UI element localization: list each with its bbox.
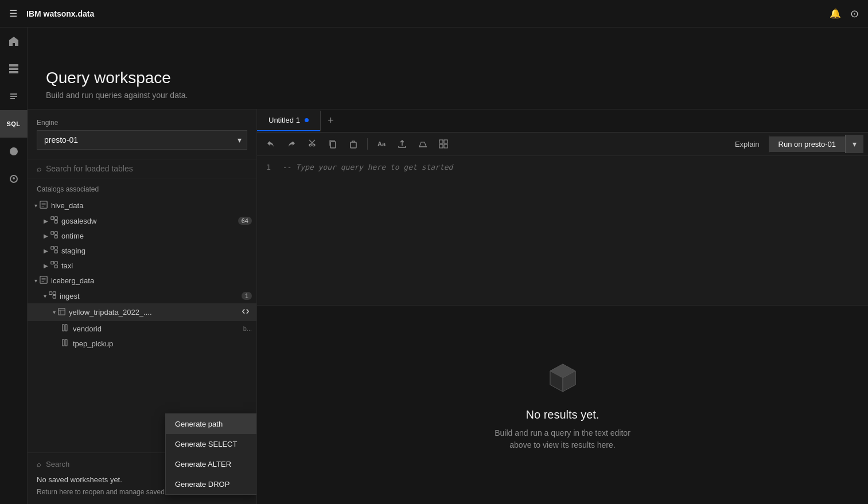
- sidebar-item-data[interactable]: [0, 83, 28, 110]
- svg-rect-6: [55, 217, 57, 220]
- copy-button[interactable]: [324, 135, 342, 153]
- svg-rect-9: [55, 232, 57, 235]
- content-area: Engine presto-01 ▾ ⌕ Catalogs associated: [28, 110, 868, 504]
- catalog-icon: [40, 276, 48, 286]
- context-menu-item-generate-select[interactable]: Generate SELECT: [166, 434, 256, 454]
- upload-button[interactable]: [393, 135, 411, 153]
- column-icon: [62, 324, 69, 333]
- sidebar-item-tables[interactable]: [0, 55, 28, 83]
- tree-item-vendorid[interactable]: vendorid b...: [28, 321, 256, 336]
- schema-label: gosalesdw: [61, 217, 235, 225]
- chevron-right-icon: ▶: [44, 248, 48, 254]
- tree-item-gosalesdw[interactable]: ▶ gosalesdw 64: [28, 213, 256, 228]
- search-input[interactable]: [46, 164, 247, 173]
- chevron-down-icon: ▾: [853, 139, 857, 149]
- undo-button[interactable]: [262, 135, 280, 153]
- svg-rect-19: [53, 292, 56, 295]
- grid-button[interactable]: [434, 135, 453, 153]
- menu-icon[interactable]: ☰: [9, 8, 17, 19]
- schema-icon: [50, 231, 58, 240]
- svg-rect-13: [51, 261, 54, 264]
- svg-rect-22: [65, 325, 67, 331]
- column-label: vendorid: [73, 325, 240, 333]
- catalogs-header: Catalogs associated: [28, 178, 256, 198]
- line-numbers: 1: [257, 156, 275, 305]
- svg-rect-20: [59, 308, 65, 314]
- context-menu-item-generate-alter[interactable]: Generate ALTER: [166, 454, 256, 474]
- schema-icon: [49, 291, 56, 300]
- schema-badge: 1: [242, 292, 252, 300]
- page-header: Query workspace Build and run queries ag…: [28, 55, 868, 110]
- cut-button[interactable]: [303, 135, 321, 153]
- context-menu-item-generate-path[interactable]: Generate path: [166, 414, 256, 434]
- tree-item-tpep-pickup[interactable]: tpep_pickup: [28, 336, 256, 351]
- schema-label: staging: [61, 247, 252, 255]
- svg-rect-21: [63, 325, 64, 331]
- schema-icon: [50, 246, 58, 255]
- svg-rect-11: [55, 250, 57, 253]
- sidebar-item-queries[interactable]: [0, 165, 28, 193]
- editor-area[interactable]: 1 -- Type your query here to get started: [257, 156, 868, 305]
- svg-rect-23: [63, 339, 64, 346]
- tab-untitled-1[interactable]: Untitled 1: [257, 110, 320, 131]
- sidebar-item-sql[interactable]: SQL: [0, 110, 28, 138]
- svg-rect-27: [439, 140, 443, 143]
- editor-toolbar: Aa Explain Run on presto-01: [257, 132, 868, 156]
- user-icon[interactable]: ⊙: [850, 7, 859, 20]
- svg-rect-14: [55, 265, 57, 268]
- tree-item-iceberg-data[interactable]: ▾ iceberg_data: [28, 273, 256, 288]
- chevron-down-icon: ▾: [44, 293, 46, 299]
- run-button[interactable]: Run on presto-01: [769, 136, 845, 152]
- schema-icon: [50, 216, 58, 225]
- svg-rect-5: [55, 220, 57, 223]
- page-subtitle: Build and run queries against your data.: [46, 91, 850, 100]
- svg-rect-26: [351, 142, 356, 148]
- column-icon: [62, 339, 69, 348]
- tabs-bar: Untitled 1 +: [257, 110, 868, 132]
- table-icon: [58, 308, 65, 317]
- sidebar-item-home[interactable]: [0, 28, 28, 55]
- tree-item-yellow-tripdata[interactable]: ▾ yellow_tripdata_2022_....: [28, 303, 256, 321]
- explain-button[interactable]: Explain: [726, 136, 769, 152]
- schema-label: ontime: [61, 232, 252, 240]
- tree-item-ontime[interactable]: ▶ ontime: [28, 228, 256, 243]
- svg-rect-18: [53, 295, 56, 298]
- tree-item-taxi[interactable]: ▶ taxi: [28, 258, 256, 273]
- results-title: No results yet.: [526, 408, 600, 421]
- paste-button[interactable]: [344, 135, 363, 153]
- notification-icon[interactable]: 🔔: [830, 8, 841, 19]
- svg-rect-1: [9, 68, 18, 70]
- topbar-actions: 🔔 ⊙: [830, 7, 859, 20]
- engine-select-wrapper[interactable]: presto-01 ▾: [37, 130, 247, 150]
- clear-button[interactable]: [414, 135, 432, 153]
- run-dropdown-button[interactable]: ▾: [845, 135, 863, 153]
- tree-item-ingest[interactable]: ▾ ingest 1: [28, 288, 256, 303]
- generate-path-label: Generate path: [175, 420, 223, 428]
- search-icon: ⌕: [37, 164, 41, 173]
- code-action-icon[interactable]: [239, 306, 252, 318]
- toolbar-separator: [367, 138, 368, 150]
- redo-button[interactable]: [282, 135, 301, 153]
- svg-rect-12: [55, 247, 57, 249]
- schema-label: ingest: [60, 292, 238, 300]
- editor-content[interactable]: -- Type your query here to get started: [275, 156, 868, 305]
- format-button[interactable]: Aa: [372, 135, 391, 153]
- tree-item-hive-data[interactable]: ▾ hive_data: [28, 198, 256, 213]
- sidebar-item-history[interactable]: [0, 138, 28, 165]
- catalog-label: hive_data: [51, 201, 252, 210]
- table-search: ⌕: [28, 159, 256, 178]
- tree-item-staging[interactable]: ▶ staging: [28, 243, 256, 258]
- engine-select[interactable]: presto-01: [37, 130, 247, 150]
- svg-rect-29: [439, 144, 443, 148]
- add-tab-button[interactable]: +: [320, 111, 341, 131]
- topbar: ☰ IBM watsonx.data 🔔 ⊙: [0, 0, 868, 28]
- chevron-down-icon: ▾: [53, 309, 56, 315]
- results-icon: [544, 358, 581, 397]
- generate-drop-label: Generate DROP: [175, 480, 229, 489]
- svg-rect-15: [55, 261, 57, 264]
- context-menu-item-generate-drop[interactable]: Generate DROP: [166, 474, 256, 494]
- sidebar: Engine presto-01 ▾ ⌕ Catalogs associated: [28, 110, 257, 504]
- engine-section: Engine presto-01 ▾: [28, 110, 256, 159]
- chevron-right-icon: ▶: [44, 233, 48, 239]
- search-icon: ⌕: [37, 460, 41, 468]
